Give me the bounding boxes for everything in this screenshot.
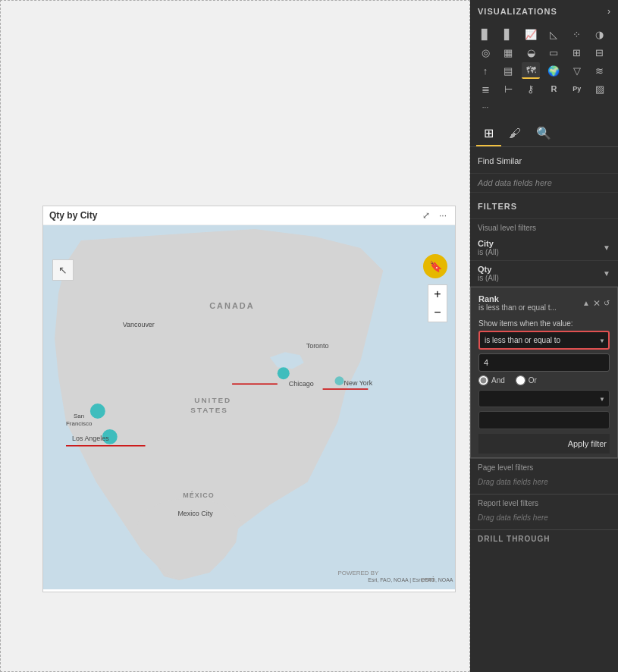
gauge-viz[interactable]: ◒ bbox=[522, 44, 540, 61]
qty-field-name: Qty bbox=[478, 265, 499, 274]
cursor-tool[interactable]: ↖ bbox=[52, 259, 74, 281]
key-influencers-viz[interactable]: ⚷ bbox=[522, 80, 540, 97]
svg-text:STATES: STATES bbox=[190, 406, 228, 414]
map-svg: CANADA UNITED STATES MÉXICO Vancouver To… bbox=[43, 225, 455, 589]
or-radio[interactable] bbox=[516, 375, 525, 385]
tab-format[interactable]: 🖌 bbox=[501, 121, 529, 146]
py-visual-viz[interactable]: Py bbox=[568, 80, 586, 97]
matrix-viz[interactable]: ⊟ bbox=[591, 44, 609, 61]
filters-title: FILTERS bbox=[478, 202, 517, 211]
more-options-button[interactable]: ··· bbox=[437, 209, 449, 221]
svg-text:Los Angeles: Los Angeles bbox=[72, 435, 109, 442]
svg-text:Vancouver: Vancouver bbox=[123, 321, 155, 328]
svg-text:CANADA: CANADA bbox=[209, 301, 254, 310]
filter-logic-row: And Or bbox=[478, 375, 610, 385]
chart-titlebar: Qty by City ⤢ ··· bbox=[43, 206, 455, 225]
pie-chart-viz[interactable]: ◑ bbox=[591, 26, 609, 42]
svg-text:UNITED: UNITED bbox=[194, 396, 231, 404]
svg-text:New York: New York bbox=[344, 379, 372, 387]
svg-text:Toronto: Toronto bbox=[306, 342, 329, 350]
add-data-fields: Add data fields here bbox=[470, 174, 618, 193]
line-chart-viz[interactable]: 📈 bbox=[522, 26, 540, 42]
map-viz[interactable]: 🗺 bbox=[522, 62, 540, 79]
right-panel: VISUALIZATIONS › ▊ ▋ 📈 ◺ ⁘ ◑ ◎ ▦ ◒ ▭ ⊞ ⊟… bbox=[470, 0, 618, 672]
and-radio[interactable] bbox=[478, 375, 488, 385]
donut-chart-viz[interactable]: ◎ bbox=[476, 44, 494, 61]
drill-through-section: DRILL THROUGH bbox=[470, 529, 618, 548]
svg-point-5 bbox=[335, 376, 344, 385]
page-level-filters-section: Page level filters Drag data fields here bbox=[470, 458, 618, 494]
filters-header: FILTERS bbox=[470, 193, 618, 219]
rank-filter-content: Rank is less than or equal t... bbox=[478, 294, 557, 312]
r-visual-viz[interactable]: R bbox=[544, 80, 563, 97]
scatter-viz[interactable]: ⁘ bbox=[568, 26, 586, 42]
qty-filter-content: Qty is (All) bbox=[478, 265, 499, 282]
waterfall-viz[interactable]: ≋ bbox=[591, 62, 609, 79]
focus-mode-button[interactable]: ⤢ bbox=[420, 209, 432, 221]
treemap-viz[interactable]: ▦ bbox=[499, 44, 517, 61]
apply-filter-button[interactable]: Apply filter bbox=[478, 434, 610, 454]
zoom-in-button[interactable]: + bbox=[428, 285, 447, 303]
condition-dropdown[interactable]: is less than or equal to is less than is… bbox=[478, 331, 610, 350]
svg-text:Francisco: Francisco bbox=[66, 420, 93, 427]
and-radio-label[interactable]: And bbox=[478, 375, 505, 385]
second-condition-wrapper: is less than or equal to is less than is… bbox=[478, 390, 610, 407]
city-filter-chevron: ▼ bbox=[603, 243, 610, 252]
visualizations-grid: ▊ ▋ 📈 ◺ ⁘ ◑ ◎ ▦ ◒ ▭ ⊞ ⊟ ↑ ▤ 🗺 🌍 ▽ ≋ ≣ ⊢ … bbox=[470, 23, 618, 118]
or-radio-label[interactable]: Or bbox=[516, 375, 537, 385]
svg-text:Chicago: Chicago bbox=[289, 380, 314, 388]
city-filter-header: City is (All) ▼ bbox=[478, 239, 610, 256]
rank-filter: Rank is less than or equal t... ▲ ✕ ↺ Sh… bbox=[470, 287, 618, 458]
table-viz[interactable]: ⊞ bbox=[568, 44, 586, 61]
card-viz[interactable]: ▭ bbox=[544, 44, 563, 61]
rank-collapse-icon[interactable]: ▲ bbox=[582, 299, 590, 307]
city-filter[interactable]: City is (All) ▼ bbox=[470, 235, 618, 261]
report-level-filters-label: Report level filters bbox=[478, 499, 610, 507]
report-drag-fields: Drag data fields here bbox=[478, 510, 610, 525]
bookmark-button[interactable]: 🔖 bbox=[423, 254, 447, 278]
condition-dropdown-wrapper: is less than or equal to is less than is… bbox=[478, 331, 610, 350]
funnel-viz[interactable]: ▽ bbox=[568, 62, 586, 79]
svg-point-6 bbox=[90, 404, 105, 419]
active-icon-viz[interactable]: ▨ bbox=[591, 80, 609, 97]
svg-text:MÉXICO: MÉXICO bbox=[183, 491, 214, 499]
bar-chart-viz[interactable]: ▊ bbox=[476, 26, 494, 42]
city-field-name: City bbox=[478, 239, 499, 248]
second-condition-dropdown[interactable]: is less than or equal to is less than is… bbox=[478, 390, 610, 407]
qty-filter-chevron: ▼ bbox=[603, 269, 610, 278]
visual-level-filters-label: Visual level filters bbox=[470, 219, 618, 235]
tab-analytics[interactable]: 🔍 bbox=[529, 121, 559, 146]
qty-filter[interactable]: Qty is (All) ▼ bbox=[470, 261, 618, 287]
tab-fields[interactable]: ⊞ bbox=[476, 121, 501, 146]
slicer-viz[interactable]: ▤ bbox=[499, 62, 517, 79]
svg-text:esri: esri bbox=[421, 575, 434, 583]
rank-close-button[interactable]: ✕ bbox=[593, 298, 601, 309]
kpi-viz[interactable]: ↑ bbox=[476, 62, 494, 79]
page-drag-fields: Drag data fields here bbox=[478, 475, 610, 489]
zoom-out-button[interactable]: − bbox=[428, 303, 447, 322]
svg-text:POWERED BY: POWERED BY bbox=[338, 570, 380, 576]
area-chart-viz[interactable]: ◺ bbox=[544, 26, 563, 42]
filter-value-input[interactable] bbox=[478, 353, 610, 372]
qty-filter-value: is (All) bbox=[478, 274, 499, 282]
svg-text:Esri, FAO, NOAA | Esri, FAO, N: Esri, FAO, NOAA | Esri, FAO, NOAA bbox=[368, 577, 453, 583]
filled-map-viz[interactable]: 🌍 bbox=[544, 62, 563, 79]
more-visuals-viz[interactable]: ··· bbox=[476, 99, 494, 115]
rank-filter-header: Rank is less than or equal t... ▲ ✕ ↺ bbox=[478, 291, 610, 315]
main-canvas: Qty by City ⤢ ··· CANADA UNITED STATES bbox=[0, 0, 470, 672]
ribbon-viz[interactable]: ≣ bbox=[476, 80, 494, 97]
map-display[interactable]: CANADA UNITED STATES MÉXICO Vancouver To… bbox=[43, 225, 455, 589]
city-filter-content: City is (All) bbox=[478, 239, 499, 256]
second-value-input[interactable] bbox=[478, 411, 610, 429]
find-similar-label: Find Similar bbox=[478, 156, 522, 165]
rank-field-name: Rank bbox=[478, 294, 557, 303]
rank-filter-subtitle: is less than or equal t... bbox=[478, 303, 557, 312]
show-items-label: Show items when the value: bbox=[478, 315, 610, 331]
chicago-dot bbox=[278, 367, 290, 379]
column-chart-viz[interactable]: ▋ bbox=[499, 26, 517, 42]
rank-filter-actions: ▲ ✕ ↺ bbox=[582, 298, 610, 309]
visualizations-expand-button[interactable]: › bbox=[607, 6, 610, 17]
rank-clear-button[interactable]: ↺ bbox=[604, 299, 610, 307]
find-similar-row[interactable]: Find Similar bbox=[470, 147, 618, 174]
decomp-tree-viz[interactable]: ⊢ bbox=[499, 80, 517, 97]
